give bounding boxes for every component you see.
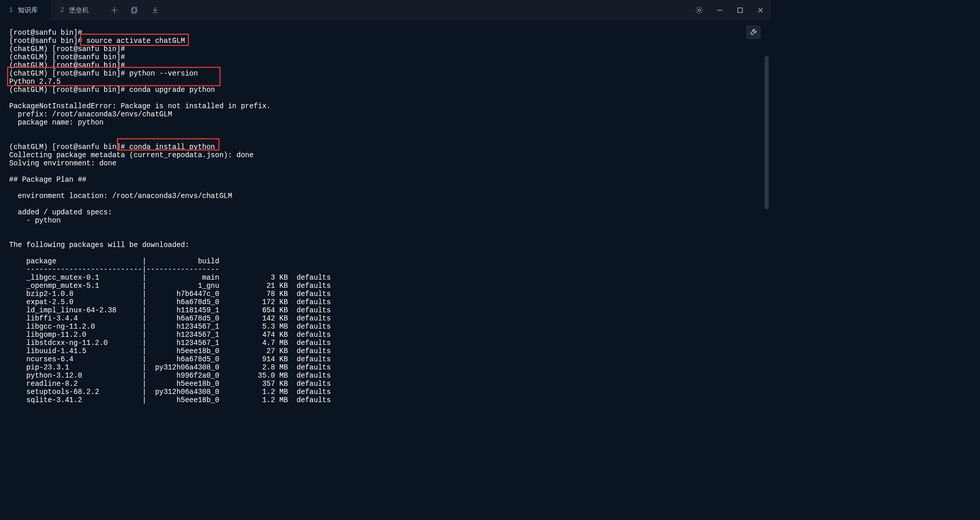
table-row: python-3.12.0 | h996f2a0_0 35.0 MB defau… <box>9 372 762 380</box>
terminal-line: (chatGLM) [root@sanfu bin]# <box>9 61 762 69</box>
table-row: libffi-3.4.4 | h6a678d5_0 142 KB default… <box>9 314 762 323</box>
terminal-line <box>9 167 762 176</box>
terminal-line: package name: python <box>9 118 762 127</box>
terminal-line: The following packages will be downloade… <box>9 241 762 249</box>
tab-actions <box>102 0 167 20</box>
terminal-line <box>9 225 762 233</box>
terminal-line: ## Package Plan ## <box>9 176 762 184</box>
download-icon[interactable] <box>146 0 164 20</box>
terminal-output[interactable]: [root@sanfu bin]#[root@sanfu bin]# sourc… <box>9 29 762 408</box>
table-header: package | build <box>9 257 762 265</box>
table-row: readline-8.2 | h5eee18b_0 357 KB default… <box>9 380 762 388</box>
settings-icon[interactable] <box>689 0 709 20</box>
window-controls <box>689 0 771 20</box>
terminal-line: [root@sanfu bin]# source activate chatGL… <box>9 37 762 45</box>
terminal-line <box>9 233 762 241</box>
table-row: libstdcxx-ng-11.2.0 | h1234567_1 4.7 MB … <box>9 339 762 347</box>
tab-label: 堡垒机 <box>69 6 89 15</box>
terminal-line: PackageNotInstalledError: Package is not… <box>9 102 762 110</box>
terminal-line <box>9 184 762 192</box>
terminal-line <box>9 127 762 135</box>
wrench-icon[interactable] <box>746 26 761 39</box>
copy-icon[interactable] <box>126 0 144 20</box>
table-row: _openmp_mutex-5.1 | 1_gnu 21 KB defaults <box>9 282 762 290</box>
scrollbar-thumb[interactable] <box>765 56 769 209</box>
tab-number: 1 <box>9 7 13 14</box>
tab-1[interactable]: 1 知识库 <box>0 0 51 20</box>
tab-label: 知识库 <box>18 6 38 15</box>
svg-rect-3 <box>738 8 743 13</box>
app-window: 1 知识库 2 堡垒机 <box>0 0 771 408</box>
terminal-line <box>9 200 762 208</box>
table-row: libgcc-ng-11.2.0 | h1234567_1 5.3 MB def… <box>9 323 762 331</box>
content-area: [root@sanfu bin]#[root@sanfu bin]# sourc… <box>0 20 771 408</box>
terminal-line <box>9 94 762 102</box>
tab-bar: 1 知识库 2 堡垒机 <box>0 0 102 20</box>
table-row: _libgcc_mutex-0.1 | main 3 KB defaults <box>9 274 762 282</box>
terminal-line: added / updated specs: <box>9 208 762 216</box>
terminal-line: environment location: /root/anaconda3/en… <box>9 192 762 200</box>
terminal-line: Collecting package metadata (current_rep… <box>9 151 762 159</box>
table-row: ncurses-6.4 | h6a678d5_0 914 KB defaults <box>9 355 762 363</box>
add-tab-icon[interactable] <box>105 0 124 20</box>
table-row: pip-23.3.1 | py312h06a4308_0 2.8 MB defa… <box>9 363 762 372</box>
tab-2[interactable]: 2 堡垒机 <box>51 0 102 20</box>
terminal-line: (chatGLM) [root@sanfu bin]# <box>9 53 762 61</box>
svg-point-2 <box>698 9 700 11</box>
titlebar: 1 知识库 2 堡垒机 <box>0 0 771 20</box>
terminal-line: (chatGLM) [root@sanfu bin]# conda upgrad… <box>9 86 762 94</box>
terminal-line: Solving environment: done <box>9 159 762 167</box>
terminal-line <box>9 135 762 143</box>
table-divider: ---------------------------|------------… <box>9 265 762 274</box>
table-row: expat-2.5.0 | h6a678d5_0 172 KB defaults <box>9 298 762 306</box>
maximize-button[interactable] <box>730 0 750 20</box>
close-button[interactable] <box>750 0 771 20</box>
table-row: ld_impl_linux-64-2.38 | h1181459_1 654 K… <box>9 306 762 314</box>
table-row: sqlite-3.41.2 | h5eee18b_0 1.2 MB defaul… <box>9 396 762 404</box>
table-row: bzip2-1.0.8 | h7b6447c_0 78 KB defaults <box>9 290 762 298</box>
terminal-line: (chatGLM) [root@sanfu bin]# conda instal… <box>9 143 762 151</box>
terminal-line: Python 2.7.5 <box>9 78 762 86</box>
terminal-line <box>9 249 762 257</box>
table-row: libgomp-11.2.0 | h1234567_1 474 KB defau… <box>9 331 762 339</box>
terminal-line: (chatGLM) [root@sanfu bin]# <box>9 45 762 53</box>
table-row: setuptools-68.2.2 | py312h06a4308_0 1.2 … <box>9 388 762 396</box>
tab-number: 2 <box>60 7 64 14</box>
terminal-line: - python <box>9 216 762 225</box>
terminal-line: (chatGLM) [root@sanfu bin]# python --ver… <box>9 69 762 78</box>
minimize-button[interactable] <box>709 0 730 20</box>
terminal-line: [root@sanfu bin]# <box>9 29 762 37</box>
table-row: libuuid-1.41.5 | h5eee18b_0 27 KB defaul… <box>9 347 762 355</box>
terminal-line: prefix: /root/anaconda3/envs/chatGLM <box>9 110 762 118</box>
titlebar-spacer <box>167 0 689 20</box>
